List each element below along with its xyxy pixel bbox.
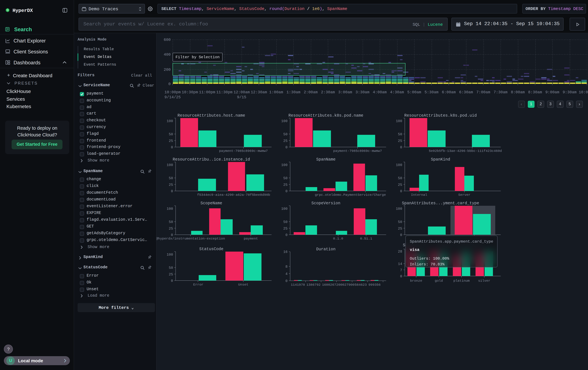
svg-text:100: 100 <box>281 207 288 211</box>
svg-text:9:00am: 9:00am <box>545 90 559 94</box>
svg-text:@hyperdx/instrumentation-excep: @hyperdx/instrumentation-exception <box>157 237 225 240</box>
svg-text:5:30am: 5:30am <box>425 90 438 94</box>
svg-text:0: 0 <box>171 233 173 237</box>
svg-text:12:00am: 12:00am <box>233 90 250 94</box>
svg-text:0: 0 <box>285 145 288 150</box>
svg-text:10:30pm: 10:30pm <box>182 90 198 94</box>
svg-text:silver: silver <box>478 279 490 283</box>
svg-text:25: 25 <box>398 139 402 143</box>
svg-text:payment: payment <box>244 237 258 240</box>
svg-text:6:30am: 6:30am <box>459 90 473 94</box>
svg-text:25: 25 <box>169 139 173 143</box>
svg-text:50: 50 <box>169 176 173 180</box>
svg-text:25: 25 <box>398 227 402 231</box>
svg-text:2:00am: 2:00am <box>304 90 317 94</box>
svg-text:100: 100 <box>396 207 402 211</box>
svg-text:16: 16 <box>283 250 288 254</box>
svg-text:3:30am: 3:30am <box>356 90 369 94</box>
svg-text:1:00am: 1:00am <box>269 90 283 94</box>
svg-text:3:00am: 3:00am <box>338 90 352 94</box>
svg-text:0: 0 <box>171 189 173 193</box>
svg-text:4:30am: 4:30am <box>390 90 404 94</box>
svg-text:50: 50 <box>398 176 402 180</box>
svg-text:ResourceAttributes.host.name: ResourceAttributes.host.name <box>178 113 245 118</box>
svg-text:999356: 999356 <box>368 283 381 287</box>
svg-text:100: 100 <box>167 207 173 211</box>
svg-text:28: 28 <box>398 250 402 254</box>
svg-text:1386792: 1386792 <box>306 283 321 287</box>
svg-text:ResourceAttributes.k8s.pod.nam: ResourceAttributes.k8s.pod.name <box>288 113 363 118</box>
svg-text:25: 25 <box>398 183 402 187</box>
svg-text:0: 0 <box>171 145 173 150</box>
svg-text:0: 0 <box>400 145 402 150</box>
svg-text:100: 100 <box>396 163 402 167</box>
svg-text:7: 7 <box>400 268 402 272</box>
svg-text:10:00pm: 10:00pm <box>165 90 181 94</box>
svg-text:0: 0 <box>171 279 173 283</box>
svg-text:SpanAttributes...yment.card_ty: SpanAttributes...yment.card_type <box>402 201 479 206</box>
svg-text:bronze: bronze <box>410 279 422 283</box>
svg-text:50: 50 <box>169 266 173 270</box>
svg-text:200: 200 <box>164 68 171 72</box>
svg-text:200027900: 200027900 <box>336 283 354 287</box>
svg-text:1141978: 1141978 <box>291 283 305 287</box>
svg-text:100: 100 <box>167 163 173 167</box>
svg-text:100: 100 <box>396 119 402 123</box>
svg-text:50: 50 <box>169 220 173 224</box>
svg-text:50: 50 <box>398 220 402 224</box>
svg-text:ResourceAttribu..ice.instance.: ResourceAttribu..ice.instance.id <box>173 157 250 162</box>
svg-text:9/15: 9/15 <box>237 95 246 100</box>
svg-text:50: 50 <box>283 132 288 136</box>
svg-text:50: 50 <box>169 132 173 136</box>
svg-text:584623: 584623 <box>355 283 367 287</box>
svg-text:100: 100 <box>167 253 173 257</box>
svg-text:Duration: Duration <box>316 247 336 252</box>
svg-text:ScopeName: ScopeName <box>200 201 222 206</box>
svg-text:50: 50 <box>283 220 288 224</box>
svg-text:gold: gold <box>435 279 443 283</box>
svg-text:SpanName: SpanName <box>316 157 336 162</box>
svg-text:platinum: platinum <box>453 279 470 283</box>
svg-text:7:00am: 7:00am <box>476 90 490 94</box>
svg-text:StatusCode: StatusCode <box>199 247 223 251</box>
svg-text:400: 400 <box>164 52 171 57</box>
svg-text:11:00pm: 11:00pm <box>199 90 215 94</box>
svg-text:50: 50 <box>283 176 288 180</box>
svg-text:0.51.1: 0.51.1 <box>360 237 372 240</box>
svg-text:25: 25 <box>169 227 173 231</box>
svg-text:25: 25 <box>283 227 288 231</box>
svg-text:100: 100 <box>281 163 288 167</box>
svg-text:14: 14 <box>398 262 402 266</box>
svg-text:25: 25 <box>283 139 288 143</box>
svg-text:0: 0 <box>285 233 288 237</box>
svg-text:100: 100 <box>167 119 173 123</box>
svg-text:9/14/25: 9/14/25 <box>165 95 181 100</box>
svg-text:ScopeVersion: ScopeVersion <box>311 201 340 206</box>
svg-text:8:00am: 8:00am <box>511 90 525 94</box>
svg-text:0: 0 <box>400 274 402 279</box>
svg-text:0: 0 <box>285 189 288 193</box>
svg-text:8:30am: 8:30am <box>528 90 542 94</box>
svg-text:0: 0 <box>168 82 171 86</box>
svg-text:0: 0 <box>285 279 288 283</box>
svg-text:0: 0 <box>400 233 402 237</box>
svg-text:6:00am: 6:00am <box>442 90 456 94</box>
svg-text:25: 25 <box>283 183 288 187</box>
svg-text:Unset: Unset <box>238 283 248 287</box>
svg-text:f5344ec9-a1ea-4290-a62a-78f5be: f5344ec9-a1ea-4290-a62a-78f5bee8d90b <box>197 193 270 197</box>
svg-text:5e02b5fb-13ae-4296-bbbc-111f42: 5e02b5fb-13ae-4296-bbbc-111f423c460d <box>429 149 502 153</box>
svg-text:100: 100 <box>281 119 288 123</box>
svg-text:5:00am: 5:00am <box>407 90 421 94</box>
svg-text:payment-7985c8969c-mwmw7: payment-7985c8969c-mwmw7 <box>333 149 382 153</box>
svg-text:9:30am: 9:30am <box>563 90 577 94</box>
svg-text:25: 25 <box>169 272 173 277</box>
svg-text:0: 0 <box>400 189 402 193</box>
svg-text:ResourceAttributes.k8s.pod.uid: ResourceAttributes.k8s.pod.uid <box>404 113 477 118</box>
svg-text:25: 25 <box>169 183 173 187</box>
svg-text:Internal: Internal <box>411 193 427 197</box>
svg-text:600: 600 <box>164 38 171 42</box>
svg-text:Server: Server <box>458 193 471 197</box>
svg-text:1600267: 1600267 <box>322 283 336 287</box>
svg-text:50: 50 <box>398 132 402 136</box>
svg-text:0.1.0: 0.1.0 <box>333 237 343 240</box>
